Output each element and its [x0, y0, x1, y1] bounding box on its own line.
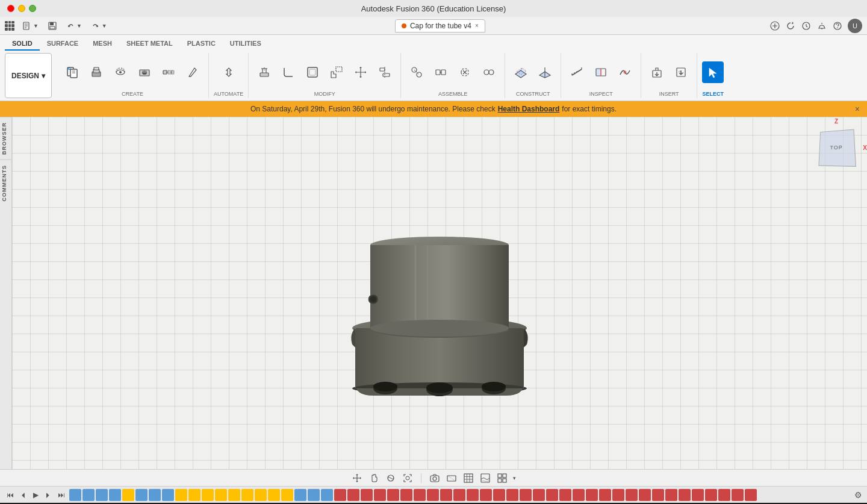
grid-dropdown-arrow[interactable]: ▾	[513, 475, 516, 481]
timeline-item[interactable]	[440, 489, 452, 501]
timeline-item[interactable]	[69, 489, 81, 501]
section-analysis-icon[interactable]	[590, 61, 612, 83]
timeline-item[interactable]	[109, 489, 121, 501]
motion-link-icon[interactable]	[454, 61, 476, 83]
timeline-item[interactable]	[573, 489, 585, 501]
bell-icon[interactable]	[816, 20, 827, 31]
timeline-item[interactable]	[228, 489, 240, 501]
timeline-item[interactable]	[149, 489, 161, 501]
timeline-item[interactable]	[506, 489, 518, 501]
timeline-play-icon[interactable]: ▶	[31, 491, 40, 499]
timeline-item[interactable]	[255, 489, 267, 501]
timeline-item[interactable]	[414, 489, 426, 501]
timeline-item[interactable]	[599, 489, 611, 501]
timeline-start-icon[interactable]: ⏮	[5, 491, 16, 499]
environment-icon[interactable]	[479, 472, 491, 484]
timeline-item[interactable]	[493, 489, 505, 501]
timeline-item[interactable]	[400, 489, 412, 501]
nav-cube[interactable]: Z top X	[815, 126, 857, 169]
transform-icon[interactable]	[351, 472, 363, 484]
timeline-item[interactable]	[705, 489, 717, 501]
close-button[interactable]	[7, 5, 14, 12]
timeline-item[interactable]	[215, 489, 227, 501]
timeline-item[interactable]	[612, 489, 624, 501]
timeline-item[interactable]	[82, 489, 95, 501]
notification-close-icon[interactable]: ×	[855, 104, 860, 114]
revolve-icon[interactable]	[110, 61, 131, 83]
avatar[interactable]: U	[848, 19, 862, 33]
extrude-icon[interactable]	[85, 61, 107, 83]
contact-icon[interactable]	[478, 61, 500, 83]
press-pull-icon[interactable]	[253, 61, 275, 83]
timeline-item[interactable]	[175, 489, 187, 501]
insert-mesh-icon[interactable]	[646, 61, 668, 83]
timeline-item[interactable]	[732, 489, 744, 501]
timeline-item[interactable]	[241, 489, 253, 501]
app-menu-icon[interactable]	[5, 21, 14, 31]
clock-icon[interactable]	[801, 20, 812, 31]
hand-icon[interactable]	[368, 472, 380, 484]
timeline-item[interactable]	[453, 489, 465, 501]
tab-close-icon[interactable]: ×	[475, 22, 479, 29]
tab-mesh[interactable]: MESH	[85, 37, 119, 51]
timeline-item[interactable]	[268, 489, 280, 501]
measure-icon[interactable]	[566, 61, 588, 83]
timeline-settings-icon[interactable]: ⚙	[854, 490, 862, 500]
timeline-item[interactable]	[626, 489, 638, 501]
tab-solid[interactable]: SOLID	[5, 37, 40, 51]
timeline-item[interactable]	[467, 489, 479, 501]
timeline-item[interactable]	[387, 489, 399, 501]
align-icon[interactable]	[374, 61, 396, 83]
shell-icon[interactable]	[302, 61, 323, 83]
maximize-button[interactable]	[29, 5, 36, 12]
timeline-item[interactable]	[321, 489, 333, 501]
timeline-item[interactable]	[546, 489, 558, 501]
orbit-icon[interactable]	[385, 472, 397, 484]
timeline-item[interactable]	[665, 489, 677, 501]
timeline-item[interactable]	[308, 489, 320, 501]
timeline-item[interactable]	[427, 489, 439, 501]
new-body-icon[interactable]	[61, 61, 83, 83]
timeline-item[interactable]	[520, 489, 532, 501]
timeline-next-icon[interactable]: ⏵	[43, 491, 54, 499]
timeline-item[interactable]	[652, 489, 664, 501]
timeline-item[interactable]	[679, 489, 691, 501]
notif-link[interactable]: Health Dashboard	[498, 105, 560, 113]
timeline-item[interactable]	[718, 489, 730, 501]
timeline-item[interactable]	[188, 489, 200, 501]
design-dropdown[interactable]: DESIGN ▾	[5, 53, 52, 98]
nav-cube-face[interactable]: top	[818, 129, 856, 167]
tab-plastic[interactable]: PLASTIC	[180, 37, 223, 51]
timeline-item[interactable]	[334, 489, 346, 501]
timeline-item[interactable]	[294, 489, 306, 501]
timeline-item[interactable]	[361, 489, 373, 501]
help-icon[interactable]	[832, 20, 843, 31]
pattern-icon[interactable]	[158, 61, 179, 83]
timeline-item[interactable]	[374, 489, 386, 501]
timeline-item[interactable]	[202, 489, 214, 501]
insert-svg-icon[interactable]	[670, 61, 692, 83]
timeline-end-icon[interactable]: ⏭	[56, 491, 67, 499]
browser-panel-label[interactable]: BROWSER	[0, 117, 11, 160]
fillet-icon[interactable]	[278, 61, 299, 83]
redo-button[interactable]: ▼	[88, 20, 111, 31]
timeline-item[interactable]	[135, 489, 148, 501]
timeline-prev-icon[interactable]: ⏴	[18, 491, 29, 499]
timeline-item[interactable]	[347, 489, 359, 501]
timeline-item[interactable]	[480, 489, 492, 501]
camera-icon[interactable]	[429, 472, 441, 484]
plane-at-angle-icon[interactable]	[534, 61, 556, 83]
move-icon[interactable]	[350, 61, 371, 83]
timeline-item[interactable]	[96, 489, 108, 501]
add-icon[interactable]	[769, 20, 780, 31]
timeline-item[interactable]	[559, 489, 571, 501]
file-tab[interactable]: Cap for the tube v4 ×	[395, 19, 485, 33]
joint-icon[interactable]	[406, 61, 427, 83]
minimize-button[interactable]	[18, 5, 25, 12]
viewport[interactable]: Z top X	[12, 117, 867, 469]
automate-icon[interactable]	[218, 61, 240, 83]
timeline-item[interactable]	[639, 489, 651, 501]
display-mode-icon[interactable]	[446, 472, 458, 484]
timeline-item[interactable]	[281, 489, 293, 501]
undo-button[interactable]: ▼	[63, 20, 85, 31]
